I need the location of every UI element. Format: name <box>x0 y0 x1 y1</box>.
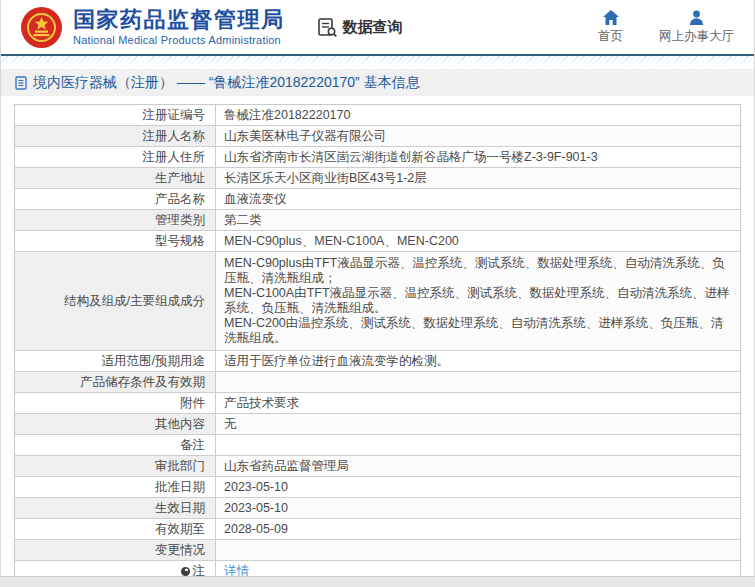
row-label: 审批部门 <box>15 456 216 476</box>
row-value: 无 <box>216 414 740 434</box>
nav-service-hall-label: 网上办事大厅 <box>659 28 734 45</box>
row-label: 生产地址 <box>15 168 216 188</box>
row-value: 鲁械注准20182220170 <box>216 105 740 125</box>
row-value: 山东美医林电子仪器有限公司 <box>216 126 740 146</box>
row-label: 批准日期 <box>15 477 216 497</box>
table-row: 附件 产品技术要求 <box>15 393 740 414</box>
row-label: 变更情况 <box>15 540 216 560</box>
table-row: 注册人住所 山东省济南市长清区崮云湖街道创新谷晶格广场一号楼Z-3-9F-901… <box>15 147 740 168</box>
table-row: 备注 <box>15 435 740 456</box>
home-icon <box>603 10 619 25</box>
row-value: 2023-05-10 <box>216 477 740 497</box>
note-label: 注 <box>193 564 206 578</box>
data-query-tab[interactable]: 数据查询 <box>317 17 403 38</box>
header-divider <box>1 54 754 68</box>
page: 国家药品监督管理局 National Medical Products Admi… <box>0 0 755 577</box>
data-query-label: 数据查询 <box>343 18 403 37</box>
row-value: 山东省药品监督管理局 <box>216 456 740 476</box>
row-label: 管理类别 <box>15 210 216 230</box>
table-row: 注册证编号 鲁械注准20182220170 <box>15 105 740 126</box>
row-value: 2023-05-10 <box>216 498 740 518</box>
table-row-composition: 结构及组成/主要组成成分 MEN-C90plus由TFT液晶显示器、温控系统、测… <box>15 252 740 351</box>
row-value: MEN-C90plus、MEN-C100A、MEN-C200 <box>216 231 740 251</box>
table-row: 审批部门 山东省药品监督管理局 <box>15 456 740 477</box>
breadcrumb-text: 境内医疗器械（注册） —— “鲁械注准20182220170” 基本信息 <box>33 74 420 92</box>
row-value <box>216 540 740 560</box>
table-row: 其他内容 无 <box>15 414 740 435</box>
brand-text: 国家药品监督管理局 National Medical Products Admi… <box>73 8 285 46</box>
table-row: 产品名称 血液流变仪 <box>15 189 740 210</box>
site-header: 国家药品监督管理局 National Medical Products Admi… <box>1 0 754 54</box>
table-row: 适用范围/预期用途 适用于医疗单位进行血液流变学的检测。 <box>15 351 740 372</box>
table-row-note: 注 详情 <box>15 561 740 577</box>
row-label: 结构及组成/主要组成成分 <box>15 252 216 350</box>
row-label: 型号规格 <box>15 231 216 251</box>
row-value: 长清区乐天小区商业街B区43号1-2层 <box>216 168 740 188</box>
row-label: 注册人名称 <box>15 126 216 146</box>
nav-home[interactable]: 首页 <box>598 10 623 45</box>
row-label: 生效日期 <box>15 498 216 518</box>
table-row: 变更情况 <box>15 540 740 561</box>
row-label: 有效期至 <box>15 519 216 539</box>
table-row: 批准日期 2023-05-10 <box>15 477 740 498</box>
brand: 国家药品监督管理局 National Medical Products Admi… <box>21 7 285 48</box>
nav-home-label: 首页 <box>598 28 623 45</box>
top-nav: 首页 网上办事大厅 <box>598 10 740 45</box>
table-row: 生效日期 2023-05-10 <box>15 498 740 519</box>
row-label: 注册证编号 <box>15 105 216 125</box>
table-row: 型号规格 MEN-C90plus、MEN-C100A、MEN-C200 <box>15 231 740 252</box>
row-value: 第二类 <box>216 210 740 230</box>
row-value: 2028-05-09 <box>216 519 740 539</box>
detail-link[interactable]: 详情 <box>224 564 249 578</box>
row-value: 适用于医疗单位进行血液流变学的检测。 <box>216 351 740 371</box>
table-row: 生产地址 长清区乐天小区商业街B区43号1-2层 <box>15 168 740 189</box>
document-magnifier-icon <box>317 17 338 38</box>
table-row: 管理类别 第二类 <box>15 210 740 231</box>
row-value <box>216 372 740 392</box>
bulb-icon <box>181 567 190 576</box>
info-table: 注册证编号 鲁械注准20182220170 注册人名称 山东美医林电子仪器有限公… <box>14 104 741 577</box>
row-value: 山东省济南市长清区崮云湖街道创新谷晶格广场一号楼Z-3-9F-901-3 <box>216 147 740 167</box>
row-label: 注 <box>15 561 216 577</box>
org-title: 国家药品监督管理局 <box>73 8 285 32</box>
row-value: 血液流变仪 <box>216 189 740 209</box>
table-row: 有效期至 2028-05-09 <box>15 519 740 540</box>
org-subtitle: National Medical Products Administration <box>73 34 285 46</box>
table-row: 注册人名称 山东美医林电子仪器有限公司 <box>15 126 740 147</box>
row-label: 适用范围/预期用途 <box>15 351 216 371</box>
row-label: 附件 <box>15 393 216 413</box>
nav-service-hall[interactable]: 网上办事大厅 <box>659 10 734 45</box>
person-icon <box>689 10 704 25</box>
row-label: 注册人住所 <box>15 147 216 167</box>
row-label: 产品名称 <box>15 189 216 209</box>
national-emblem-icon <box>21 7 62 48</box>
row-label: 备注 <box>15 435 216 455</box>
row-value <box>216 435 740 455</box>
row-value: MEN-C90plus由TFT液晶显示器、温控系统、测试系统、数据处理系统、自动… <box>216 252 740 350</box>
table-row: 产品储存条件及有效期 <box>15 372 740 393</box>
row-label: 其他内容 <box>15 414 216 434</box>
row-label: 产品储存条件及有效期 <box>15 372 216 392</box>
row-value: 产品技术要求 <box>216 393 740 413</box>
breadcrumb: 境内医疗器械（注册） —— “鲁械注准20182220170” 基本信息 <box>1 69 754 96</box>
row-value: 详情 <box>216 561 740 577</box>
document-icon <box>15 76 27 90</box>
